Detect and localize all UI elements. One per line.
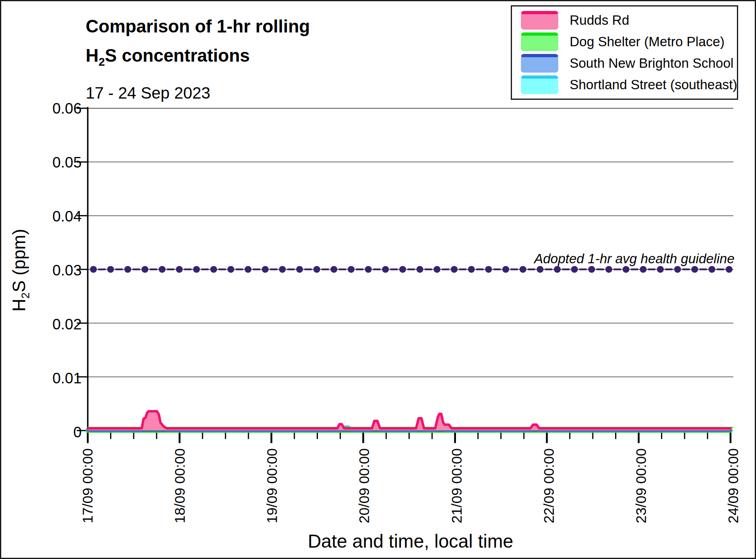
x-tick-label: 17/09 00:00	[79, 448, 96, 523]
x-tick-label: 22/09 00:00	[540, 448, 557, 523]
y-tick-label: 0.03	[17, 261, 82, 280]
y-tick-label: 0	[17, 423, 82, 442]
legend-item-rudds-rd: Rudds Rd	[521, 10, 737, 30]
x-tick-label: 18/09 00:00	[171, 448, 188, 523]
legend-label: South New Brighton School	[570, 56, 734, 71]
y-tick-label: 0.06	[17, 99, 82, 118]
legend-label: Rudds Rd	[570, 13, 629, 28]
y-tick-label: 0.05	[17, 153, 82, 172]
chart-subtitle: 17 - 24 Sep 2023	[86, 83, 310, 103]
legend-swatch-icon	[521, 32, 558, 51]
legend-label: Shortland Street (southeast)	[570, 77, 737, 92]
y-tick-label: 0.01	[17, 369, 82, 388]
x-axis-title: Date and time, local time	[167, 530, 654, 552]
chart-title-line2: H2S concentrations	[86, 41, 310, 77]
legend-item-shortland-street: Shortland Street (southeast)	[521, 75, 737, 95]
y-tick-label: 0.02	[17, 315, 82, 334]
guideline-annotation: Adopted 1-hr avg health guideline	[534, 251, 734, 267]
legend-swatch-icon	[521, 54, 558, 73]
chart-title-block: Comparison of 1-hr rolling H2S concentra…	[86, 12, 310, 103]
x-tick-label: 20/09 00:00	[356, 448, 373, 523]
legend-swatch-icon	[521, 75, 558, 94]
x-tick-label: 23/09 00:00	[633, 448, 650, 523]
legend-item-dog-shelter: Dog Shelter (Metro Place)	[521, 32, 737, 52]
chart-figure: Comparison of 1-hr rolling H2S concentra…	[0, 0, 756, 559]
y-tick-label: 0.04	[17, 207, 82, 226]
legend-swatch-icon	[521, 11, 558, 30]
x-tick-label: 19/09 00:00	[264, 448, 281, 523]
legend-item-south-new-brighton: South New Brighton School	[521, 53, 737, 73]
x-tick-label: 21/09 00:00	[448, 448, 465, 523]
chart-title-line1: Comparison of 1-hr rolling	[86, 12, 310, 41]
legend-label: Dog Shelter (Metro Place)	[570, 34, 724, 49]
x-tick-label: 24/09 00:00	[725, 448, 742, 523]
legend: Rudds Rd Dog Shelter (Metro Place) South…	[511, 5, 738, 100]
